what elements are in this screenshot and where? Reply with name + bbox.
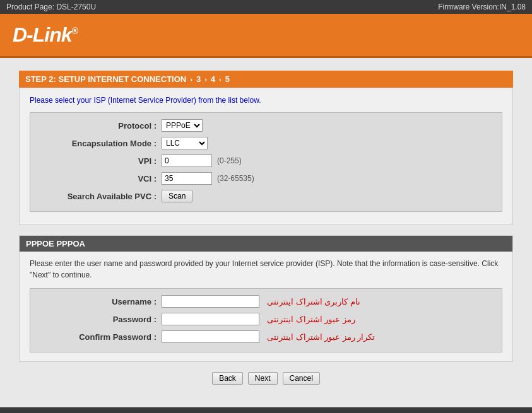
connection-settings: Protocol : PPPoE PPPoA IPoE Bridge Encap…	[30, 112, 502, 212]
password-input[interactable]	[162, 313, 259, 325]
scan-button[interactable]: Scan	[162, 190, 192, 202]
confirm-password-input[interactable]	[162, 330, 259, 343]
subtitle: Please select your ISP (Internet Service…	[30, 96, 502, 105]
encap-select[interactable]: LLC VC MUX	[162, 137, 208, 149]
step-arrow-1: ›	[190, 76, 192, 83]
back-button[interactable]: Back	[212, 372, 243, 385]
username-label: Username :	[43, 297, 157, 306]
top-bar: Product Page: DSL-2750U Firmware Version…	[0, 0, 532, 14]
vpi-row: VPI : (0-255)	[43, 154, 489, 167]
footer-brand: BROADBAND	[0, 407, 532, 413]
search-pvc-row: Search Available PVC : Scan	[43, 190, 489, 202]
step-num-4: 4	[211, 74, 215, 84]
vci-range: (32-65535)	[217, 174, 254, 183]
pppoe-section: PPPOE PPPOA Please enter the user name a…	[19, 235, 513, 362]
step-num-3: 3	[196, 74, 201, 84]
protocol-row: Protocol : PPPoE PPPoA IPoE Bridge	[43, 119, 489, 132]
step-arrow-2: ›	[204, 76, 207, 83]
isp-form-container: Please select your ISP (Internet Service…	[19, 88, 513, 225]
username-input[interactable]	[162, 295, 259, 308]
encap-label: Encapsulation Mode :	[43, 139, 157, 148]
logo: D-Link®	[13, 23, 519, 47]
pppoe-header: PPPOE PPPOA	[20, 236, 512, 252]
password-row: Password : رمز عبور اشتراک اینترنتی	[43, 313, 489, 325]
step-label: STEP 2: SETUP INTERNET CONNECTION	[25, 74, 186, 84]
vci-row: VCI : (32-65535)	[43, 172, 489, 185]
product-label: Product Page: DSL-2750U	[6, 3, 96, 11]
logo-reg: ®	[72, 26, 78, 36]
confirm-password-label: Confirm Password :	[43, 332, 157, 342]
logo-text: D-Link	[13, 23, 72, 46]
pppoe-form: Username : نام کاربری اشتراک اینترنتی Pa…	[30, 288, 502, 352]
main-content: STEP 2: SETUP INTERNET CONNECTION › 3 › …	[0, 58, 532, 407]
encap-row: Encapsulation Mode : LLC VC MUX	[43, 137, 489, 149]
firmware-label: Firmware Version:IN_1.08	[438, 3, 526, 11]
password-hint: رمز عبور اشتراک اینترنتی	[267, 315, 355, 324]
vci-label: VCI :	[43, 174, 157, 183]
step-header: STEP 2: SETUP INTERNET CONNECTION › 3 › …	[19, 71, 513, 88]
protocol-label: Protocol :	[43, 121, 157, 131]
step-arrow-3: ›	[219, 76, 222, 83]
username-row: Username : نام کاربری اشتراک اینترنتی	[43, 295, 489, 308]
vpi-range: (0-255)	[217, 156, 242, 165]
confirm-password-hint: تکرار رمز عبور اشتراک اینترنتی	[267, 332, 375, 342]
password-label: Password :	[43, 315, 157, 324]
confirm-password-row: Confirm Password : تکرار رمز عبور اشتراک…	[43, 330, 489, 343]
vci-input[interactable]	[162, 172, 212, 185]
vpi-input[interactable]	[162, 154, 212, 167]
pppoe-body: Please enter the user name and password …	[20, 252, 512, 361]
search-pvc-label: Search Available PVC :	[43, 192, 157, 201]
pppoe-description: Please enter the user name and password …	[30, 258, 502, 281]
cancel-button[interactable]: Cancel	[283, 372, 320, 385]
next-button[interactable]: Next	[248, 372, 278, 385]
header: D-Link®	[0, 14, 532, 58]
step-num-5: 5	[225, 74, 230, 84]
vpi-label: VPI :	[43, 156, 157, 166]
username-hint: نام کاربری اشتراک اینترنتی	[267, 297, 360, 306]
protocol-select[interactable]: PPPoE PPPoA IPoE Bridge	[162, 119, 203, 132]
action-buttons: Back Next Cancel	[19, 372, 513, 385]
